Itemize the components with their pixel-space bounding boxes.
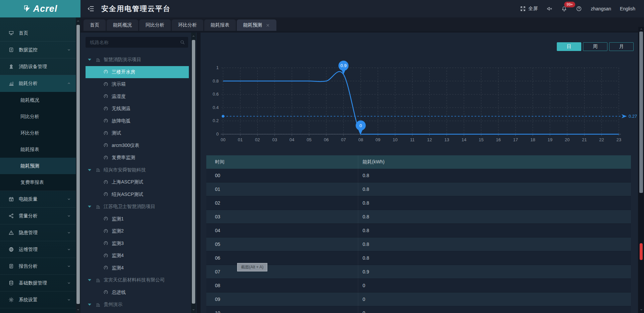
tree-leaf-row-0-0[interactable]: 三楼开水房 [86,66,189,79]
sidebar-item-1[interactable]: 数据监控 [0,42,76,58]
sidebar-item-7[interactable]: 运维管理 [0,241,76,258]
sidebar-subitem-label: 能耗报表 [20,147,39,153]
sidebar-scrollbar [76,17,80,313]
meter-icon [103,241,109,246]
page-scrollbar-thumb[interactable] [639,32,643,193]
period-button-2[interactable]: 月 [609,42,634,51]
tab-5[interactable]: 能耗预测 [237,19,276,31]
device-tree: 智慧消防演示项目三楼开水房演示箱温湿度无线测温故障电弧测试arcm300仪表复费… [80,54,192,313]
period-button-0[interactable]: 日 [557,42,581,51]
caret-down-icon[interactable] [88,169,91,171]
sidebar-subitem-3-5[interactable]: 复费率报表 [0,174,76,191]
sidebar-subitem-3-0[interactable]: 能耗概况 [0,92,76,108]
mute-button[interactable] [546,6,552,12]
sidebar-item-9[interactable]: 基础数据管理 [0,275,76,292]
tree-group-row-2[interactable]: 江苏电卫士智慧消防项目 [86,201,189,213]
sidebar-scrollbar-thumb[interactable] [76,25,80,304]
x-tick-label: 18 [530,137,535,142]
average-line-start-dot [222,115,224,118]
sidebar-subitem-3-4[interactable]: 能耗预测 [0,158,76,174]
table-cell-energy: 0 [358,293,631,306]
table-cell-energy: 0.8 [358,251,631,265]
tab-close-icon[interactable] [266,23,270,28]
caret-down-icon[interactable] [88,279,91,281]
notifications-button[interactable]: 99+ [561,6,567,12]
y-tick-label: 1 [216,65,219,70]
table-row-10: 100 [206,306,631,313]
sidebar-subitem-3-1[interactable]: 同比分析 [0,108,76,125]
tree-leaf-row-2-3[interactable]: 监测4 [86,250,189,262]
fullscreen-button[interactable]: 全屏 [520,6,538,12]
sidebar-item-label: 隐患管理 [19,230,38,236]
table-cell-energy: 0 [358,306,631,313]
tree-scrollbar-thumb[interactable] [192,40,195,304]
tree-leaf-row-2-1[interactable]: 监测2 [86,225,189,238]
tab-4[interactable]: 能耗报表 [204,19,236,31]
scroll-down-icon[interactable] [640,308,643,311]
sidebar-item-label: 报告分析 [19,263,38,269]
tab-label: 环比分析 [178,22,197,28]
scroll-down-icon[interactable] [76,308,80,311]
tree-leaf-row-2-2[interactable]: 监测3 [86,238,189,250]
scroll-up-icon[interactable] [192,35,195,38]
sidebar-item-6[interactable]: 隐患管理 [0,224,76,241]
sidebar-item-10[interactable]: 系统设置 [0,292,76,308]
tree-group-row-3[interactable]: 宜宾天亿新材料科技有限公司 [86,274,189,286]
sidebar-item-8[interactable]: 报告分析 [0,258,76,275]
max-point-pin: 0.9 [338,61,348,74]
tree-leaf-row-2-0[interactable]: 监测1 [86,213,189,225]
sidebar-item-4[interactable]: 电能质量 [0,191,76,208]
tree-leaf-row-3-0[interactable]: 总进线 [86,286,189,299]
language-switch[interactable]: English [620,6,635,11]
sidebar-item-label: 电能质量 [19,196,38,202]
caret-down-icon[interactable] [88,304,91,306]
table-col-header-time: 时间 [206,159,358,165]
sidebar-item-5[interactable]: 需量分析 [0,208,76,224]
energy-forecast-chart: 00.20.40.60.8100010203040506070809101112… [205,53,637,154]
tree-leaf-row-0-7[interactable]: 复费率监测 [86,152,189,164]
tab-2[interactable]: 同比分析 [139,19,171,31]
scroll-up-icon[interactable] [640,28,643,31]
table-cell-time: 00 [206,173,358,178]
help-button[interactable] [576,6,582,12]
period-button-1[interactable]: 周 [583,42,607,51]
tree-group-row-1[interactable]: 绍兴市安舜智能科技 [86,164,189,176]
tree-group-row-0[interactable]: 智慧消防演示项目 [86,54,189,66]
tab-0[interactable]: 首页 [84,19,106,31]
y-tick-label: 0.4 [213,105,219,110]
sidebar-item-11[interactable]: 日志管理 [0,308,76,313]
data-monitor-icon [8,47,14,53]
tree-leaf-row-0-4[interactable]: 故障电弧 [86,115,189,127]
tab-1[interactable]: 能耗概况 [107,19,138,31]
tree-leaf-row-2-4[interactable]: 监测4 [86,262,189,274]
sidebar-subitem-3-3[interactable]: 能耗报表 [0,141,76,158]
tree-leaf-row-0-6[interactable]: arcm300仪表 [86,140,189,152]
username[interactable]: zhangsan [591,6,611,11]
sidebar-item-0[interactable]: 首页 [0,25,76,42]
sidebar-item-2[interactable]: 消防设备管理 [0,58,76,75]
menu-fold-icon[interactable] [87,5,95,12]
caret-down-icon[interactable] [88,59,91,61]
tree-leaf-row-0-2[interactable]: 温湿度 [86,91,189,103]
tree-group-row-4[interactable]: 贵州演示 [86,299,189,311]
table-row-6: 060.8 [206,251,631,265]
sidebar-subitem-3-2[interactable]: 环比分析 [0,125,76,141]
tree-leaf-row-4-0[interactable] [86,311,189,313]
brand-text: Acrel [33,4,58,14]
scroll-down-icon[interactable] [192,308,195,311]
tab-3[interactable]: 环比分析 [172,19,203,31]
sidebar-item-3[interactable]: 能耗分析 [0,75,76,92]
sidebar-item-label: 消防设备管理 [19,64,47,70]
search-icon[interactable] [180,40,185,45]
tree-leaf-row-0-3[interactable]: 无线测温 [86,103,189,115]
average-line-arrow [622,114,627,118]
caret-down-icon[interactable] [88,206,91,208]
table-row-7: 070.9 [206,265,631,279]
tree-leaf-row-1-1[interactable]: 绍兴ASCP测试 [86,189,189,201]
table-cell-time: 08 [206,283,358,288]
tree-leaf-row-0-1[interactable]: 演示箱 [86,78,189,91]
scroll-up-icon[interactable] [76,19,80,23]
line-search-input[interactable] [86,37,188,48]
tree-leaf-row-0-5[interactable]: 测试 [86,127,189,140]
tree-leaf-row-1-0[interactable]: 上海ASCP测试 [86,176,189,189]
